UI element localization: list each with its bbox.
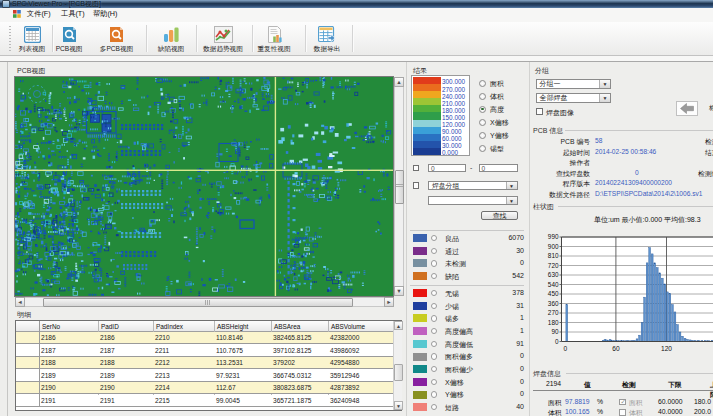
svg-text:0: 0 — [563, 345, 567, 352]
svg-text:60: 60 — [612, 345, 620, 352]
svg-text:630: 630 — [548, 271, 559, 278]
svg-text:450: 450 — [548, 290, 559, 297]
svg-text:90: 90 — [551, 328, 559, 335]
svg-text:270: 270 — [548, 309, 559, 316]
svg-text:810: 810 — [548, 252, 559, 259]
svg-text:180: 180 — [548, 319, 559, 326]
svg-text:0: 0 — [555, 338, 559, 345]
svg-text:360: 360 — [548, 300, 559, 307]
svg-text:720: 720 — [548, 262, 559, 269]
svg-text:120: 120 — [661, 345, 672, 352]
svg-text:540: 540 — [548, 281, 559, 288]
svg-text:900: 900 — [548, 243, 559, 250]
svg-text:990: 990 — [548, 233, 559, 240]
